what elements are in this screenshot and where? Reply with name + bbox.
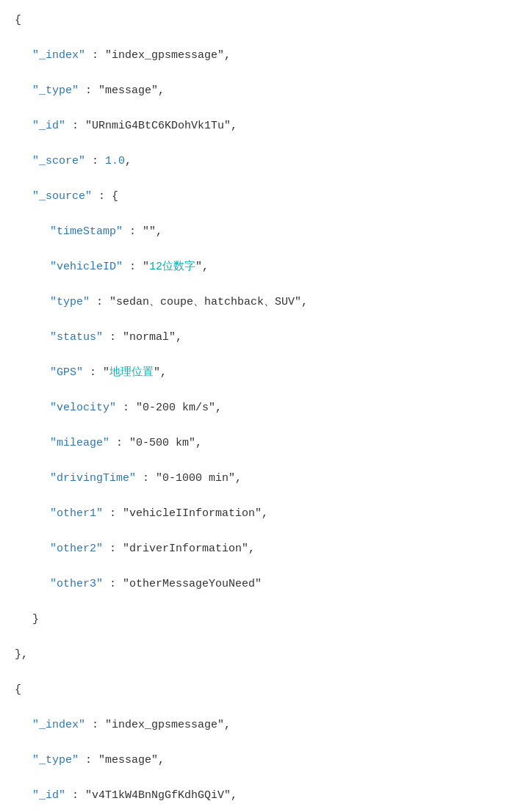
- json-line: "type" : "sedan、coupe、hatchback、SUV",: [15, 294, 514, 311]
- json-line: "_score" : 1.0,: [15, 153, 514, 170]
- json-line: {: [15, 681, 514, 699]
- json-line: "GPS" : "地理位置",: [15, 364, 514, 382]
- json-line: "_index" : "index_gpsmessage",: [15, 47, 514, 65]
- json-line: "other1" : "vehicleIInformation",: [15, 505, 514, 523]
- json-line: "_index" : "index_gpsmessage",: [15, 717, 514, 734]
- json-line: }: [15, 611, 514, 628]
- json-line: "timeStamp" : "",: [15, 223, 514, 241]
- json-line: {: [15, 12, 514, 29]
- json-line: "other2" : "driverInformation",: [15, 540, 514, 558]
- json-line: "_type" : "message",: [15, 752, 514, 769]
- json-line: "_id" : "URnmiG4BtC6KDohVk1Tu",: [15, 117, 514, 135]
- json-line: "velocity" : "0-200 km/s",: [15, 399, 514, 417]
- json-line: "mileage" : "0-500 km",: [15, 435, 514, 452]
- json-line: "_type" : "message",: [15, 82, 514, 100]
- json-viewer: { "_index" : "index_gpsmessage", "_type"…: [15, 12, 514, 812]
- json-line: "drivingTime" : "0-1000 min",: [15, 470, 514, 487]
- json-line: },: [15, 646, 514, 664]
- json-line: "_id" : "v4T1kW4BnNgGfKdhGQiV",: [15, 787, 514, 805]
- json-line: "_source" : {: [15, 188, 514, 206]
- json-line: "other3" : "otherMessageYouNeed": [15, 576, 514, 593]
- json-line: "vehicleID" : "12位数字",: [15, 258, 514, 276]
- json-line: "status" : "normal",: [15, 329, 514, 347]
